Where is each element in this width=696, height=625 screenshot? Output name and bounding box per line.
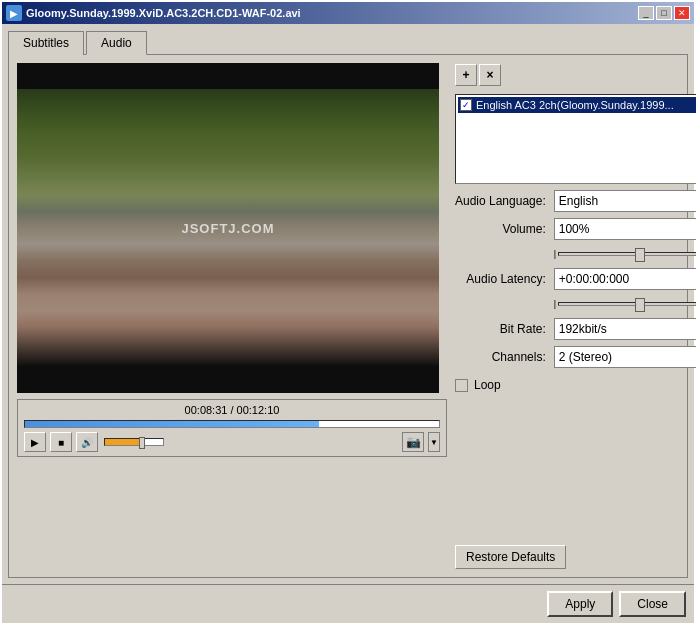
audio-latency-row: ▼: [554, 268, 696, 290]
volume-slider-thumb[interactable]: [635, 248, 645, 262]
title-bar: ▶ Gloomy.Sunday.1999.XviD.AC3.2CH.CD1-WA…: [2, 2, 694, 24]
bottom-bar: Apply Close: [2, 584, 694, 623]
list-item[interactable]: ✓ English AC3 2ch(Gloomy.Sunday.1999...: [458, 97, 696, 113]
time-display: 00:08:31 / 00:12:10: [24, 404, 440, 416]
play-button[interactable]: ▶: [24, 432, 46, 452]
volume-slider-row: | |: [554, 246, 696, 262]
bit-rate-row: ▼: [554, 318, 696, 340]
tabs: Subtitles Audio: [8, 30, 688, 54]
tab-audio[interactable]: Audio: [86, 31, 147, 55]
volume-fill: [105, 439, 140, 445]
audio-latency-label: Audio Latency:: [455, 272, 546, 286]
add-track-button[interactable]: +: [455, 64, 477, 86]
channels-row: ▼: [554, 346, 696, 368]
camera-button[interactable]: 📷: [402, 432, 424, 452]
title-buttons: _ □ ✕: [638, 6, 690, 20]
content-area: Subtitles Audio JSOFTJ.COM 00:08:31 / 00…: [2, 24, 694, 584]
audio-language-input[interactable]: [554, 190, 696, 212]
tab-content: JSOFTJ.COM 00:08:31 / 00:12:10 ▶ ■: [8, 54, 688, 578]
settings-grid: Audio Language: ▼ Volume: ▲ ▼: [455, 190, 696, 368]
tab-subtitles[interactable]: Subtitles: [8, 31, 84, 55]
window-title: Gloomy.Sunday.1999.XviD.AC3.2CH.CD1-WAF-…: [26, 7, 301, 19]
title-bar-left: ▶ Gloomy.Sunday.1999.XviD.AC3.2CH.CD1-WA…: [6, 5, 301, 21]
volume-track[interactable]: [558, 252, 696, 256]
stop-icon: ■: [58, 437, 64, 448]
remove-track-button[interactable]: ×: [479, 64, 501, 86]
audio-language-row: ▼: [554, 190, 696, 212]
controls-row: ▶ ■ 🔊 📷: [24, 432, 440, 452]
stop-button[interactable]: ■: [50, 432, 72, 452]
close-button[interactable]: Close: [619, 591, 686, 617]
maximize-button[interactable]: □: [656, 6, 672, 20]
volume-label: Volume:: [455, 222, 546, 236]
audio-language-label: Audio Language:: [455, 194, 546, 208]
progress-bar[interactable]: [24, 420, 440, 428]
volume-button[interactable]: 🔊: [76, 432, 98, 452]
watermark: JSOFTJ.COM: [181, 221, 274, 236]
loop-label: Loop: [474, 378, 501, 392]
close-window-button[interactable]: ✕: [674, 6, 690, 20]
apply-button[interactable]: Apply: [547, 591, 613, 617]
bit-rate-input[interactable]: [554, 318, 696, 340]
latency-slider-row: | |: [554, 296, 696, 312]
audio-latency-input[interactable]: [554, 268, 696, 290]
video-player: JSOFTJ.COM: [17, 63, 439, 393]
loop-row: Loop: [455, 378, 696, 392]
main-window: ▶ Gloomy.Sunday.1999.XviD.AC3.2CH.CD1-WA…: [0, 0, 696, 625]
bit-rate-label: Bit Rate:: [455, 322, 546, 336]
play-icon: ▶: [31, 437, 39, 448]
channels-input[interactable]: [554, 346, 696, 368]
track-list: ✓ English AC3 2ch(Gloomy.Sunday.1999...: [455, 94, 696, 184]
player-controls: 00:08:31 / 00:12:10 ▶ ■ 🔊: [17, 399, 447, 457]
volume-row: ▲ ▼: [554, 218, 696, 240]
minimize-button[interactable]: _: [638, 6, 654, 20]
app-icon: ▶: [6, 5, 22, 21]
progress-fill: [25, 421, 319, 427]
loop-checkbox[interactable]: [455, 379, 468, 392]
volume-icon: 🔊: [81, 437, 93, 448]
camera-icon: 📷: [406, 435, 421, 449]
track-checkbox[interactable]: ✓: [460, 99, 472, 111]
track-name: English AC3 2ch(Gloomy.Sunday.1999...: [476, 99, 674, 111]
volume-input[interactable]: [554, 218, 696, 240]
volume-thumb[interactable]: [139, 437, 145, 449]
volume-tick-left: |: [554, 249, 556, 259]
restore-defaults-button[interactable]: Restore Defaults: [455, 545, 566, 569]
latency-slider-thumb[interactable]: [635, 298, 645, 312]
latency-tick-left: |: [554, 299, 556, 309]
video-scene: JSOFTJ.COM: [17, 63, 439, 393]
volume-slider[interactable]: [104, 438, 164, 446]
camera-dropdown-arrow[interactable]: ▼: [428, 432, 440, 452]
channels-label: Channels:: [455, 350, 546, 364]
left-panel: JSOFTJ.COM 00:08:31 / 00:12:10 ▶ ■: [17, 63, 447, 569]
right-panel: + × ▲ ▼ ✓ English AC3 2ch(Gloomy.Sunday.…: [455, 63, 696, 569]
latency-track[interactable]: [558, 302, 696, 306]
